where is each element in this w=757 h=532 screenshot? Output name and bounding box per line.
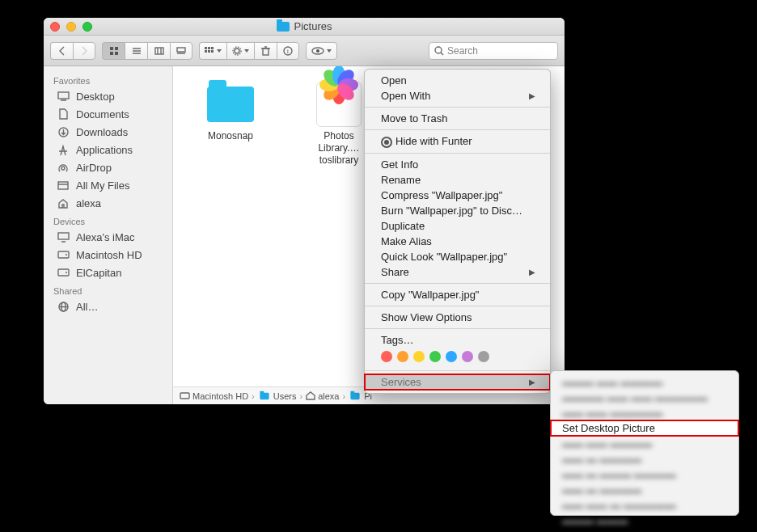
path-item[interactable]: Users (258, 391, 297, 401)
sidebar-item-label: Downloads (76, 126, 128, 138)
menu-item-share[interactable]: Share▶ (365, 264, 550, 280)
svg-rect-14 (211, 47, 214, 49)
info-button[interactable]: i (277, 42, 299, 60)
back-button[interactable] (50, 42, 73, 60)
globe-icon (57, 300, 70, 313)
submenu-item-blurred[interactable]: ▬▬ ▬ ▬▬▬▬ (551, 482, 738, 497)
menu-item-make-alias[interactable]: Make Alias (365, 234, 550, 249)
list-view-button[interactable] (125, 42, 147, 60)
menu-separator (365, 153, 550, 154)
menu-item-duplicate[interactable]: Duplicate (365, 218, 550, 234)
trash-button[interactable] (254, 42, 277, 60)
menu-item-open[interactable]: Open (365, 73, 550, 88)
svg-point-40 (66, 272, 67, 273)
sidebar-item-allmyfiles[interactable]: All My Files (44, 176, 172, 194)
sidebar-item-applications[interactable]: Applications (44, 141, 172, 158)
tag-gray[interactable] (478, 351, 489, 362)
tag-red[interactable] (381, 351, 392, 362)
sidebar-item-shared-all[interactable]: All… (44, 298, 172, 315)
svg-rect-2 (110, 52, 113, 55)
column-view-button[interactable] (147, 42, 170, 60)
tag-orange[interactable] (397, 351, 408, 362)
svg-line-28 (441, 53, 443, 55)
tag-blue[interactable] (446, 351, 457, 362)
menu-item-quicklook[interactable]: Quick Look "Wallpaper.jpg" (365, 249, 550, 264)
info-icon: i (283, 46, 293, 56)
submenu-item-blurred[interactable]: ▬▬▬▬ ▬▬ ▬▬ ▬▬▬▬▬ (551, 390, 738, 405)
folder-icon (277, 22, 290, 32)
quicklook-toolbar-button[interactable] (306, 42, 337, 60)
sidebar-item-macintosh-hd[interactable]: Macintosh HD (44, 246, 172, 264)
menu-item-hide-funter[interactable]: Hide with Funter (365, 133, 550, 150)
chevron-down-icon (327, 49, 332, 53)
sidebar-item-airdrop[interactable]: AirDrop (44, 158, 172, 176)
path-item[interactable]: Macintosh HD (180, 391, 248, 401)
menu-item-move-trash[interactable]: Move to Trash (365, 111, 550, 126)
menu-separator (365, 328, 550, 329)
search-icon (434, 46, 444, 56)
list-icon (132, 46, 142, 56)
submenu-item-set-desktop-picture[interactable]: Set Desktop Picture (551, 420, 738, 436)
titlebar: Pictures (44, 18, 565, 36)
toolbar: i Search (44, 36, 565, 66)
file-label: Monosnap (205, 129, 256, 143)
svg-point-27 (435, 47, 442, 53)
tag-color-row (365, 348, 550, 367)
menu-separator (365, 107, 550, 108)
svg-rect-1 (115, 47, 118, 50)
tag-yellow[interactable] (413, 351, 425, 362)
tag-green[interactable] (429, 351, 441, 362)
submenu-item-blurred[interactable]: ▬▬ ▬▬ ▬▬▬▬ (551, 436, 738, 451)
icon-view-button[interactable] (102, 42, 125, 60)
submenu-item-blurred[interactable]: ▬▬ ▬▬ ▬▬▬▬▬ (551, 405, 738, 420)
menu-item-compress[interactable]: Compress "Wallpaper.jpg" (365, 188, 550, 203)
sidebar-item-label: ElCapitan (76, 267, 121, 279)
submenu-item-blurred[interactable]: ▬▬▬ ▬▬ ▬▬▬▬ (551, 374, 738, 390)
search-input[interactable]: Search (429, 42, 558, 60)
sidebar-item-label: All… (76, 301, 98, 313)
folder-icon (260, 392, 269, 399)
forward-button[interactable] (73, 42, 95, 60)
menu-item-copy[interactable]: Copy "Wallpaper.jpg" (365, 287, 550, 302)
sidebar-item-documents[interactable]: Documents (44, 105, 172, 123)
menu-separator (365, 129, 550, 130)
coverflow-view-button[interactable] (170, 42, 192, 60)
menu-item-services[interactable]: Services▶ (365, 374, 550, 390)
menu-item-tags[interactable]: Tags… (365, 332, 550, 348)
sidebar-item-downloads[interactable]: Downloads (44, 123, 172, 141)
sidebar-item-desktop[interactable]: Desktop (44, 87, 172, 105)
path-item[interactable]: alexa (306, 391, 339, 401)
tag-purple[interactable] (462, 351, 473, 362)
coverflow-icon (176, 46, 186, 56)
sidebar-item-home[interactable]: alexa (44, 194, 172, 212)
sidebar-item-label: Applications (76, 144, 133, 156)
svg-rect-39 (58, 269, 69, 276)
menu-item-burn[interactable]: Burn "Wallpaper.jpg" to Disc… (365, 203, 550, 218)
folder-monosnap[interactable]: Monosnap (196, 82, 265, 143)
arrange-button[interactable] (199, 42, 226, 60)
airdrop-icon (57, 161, 70, 174)
submenu-item-blurred[interactable]: ▬▬ ▬ ▬▬▬ ▬▬▬▬ (551, 467, 738, 482)
menu-item-open-with[interactable]: Open With▶ (365, 88, 550, 103)
svg-rect-20 (263, 49, 269, 55)
svg-rect-13 (208, 47, 210, 49)
svg-rect-0 (110, 47, 113, 50)
search-placeholder: Search (447, 45, 478, 57)
chevron-right-icon: › (342, 391, 345, 401)
submenu-item-blurred[interactable]: ▬▬ ▬▬ ▬ ▬▬▬▬▬ (551, 497, 738, 513)
menu-item-view-options[interactable]: Show View Options (365, 310, 550, 325)
action-button[interactable] (226, 42, 254, 60)
folder-icon (205, 82, 256, 126)
sidebar-header-favorites: Favorites (44, 71, 172, 87)
menu-item-get-info[interactable]: Get Info (365, 157, 550, 172)
menu-item-rename[interactable]: Rename (365, 172, 550, 188)
submenu-arrow-icon: ▶ (529, 378, 535, 386)
allfiles-icon (57, 179, 70, 192)
submenu-item-blurred[interactable]: ▬▬▬ ▬▬▬ (551, 513, 738, 528)
sidebar-item-elcapitan[interactable]: ElCapitan (44, 264, 172, 281)
home-icon (57, 196, 70, 209)
submenu-item-blurred[interactable]: ▬▬ ▬ ▬▬▬▬ (551, 451, 738, 467)
desktop-icon (57, 90, 70, 103)
sidebar-item-imac[interactable]: Alexa's iMac (44, 228, 172, 246)
sidebar-header-devices: Devices (44, 212, 172, 228)
